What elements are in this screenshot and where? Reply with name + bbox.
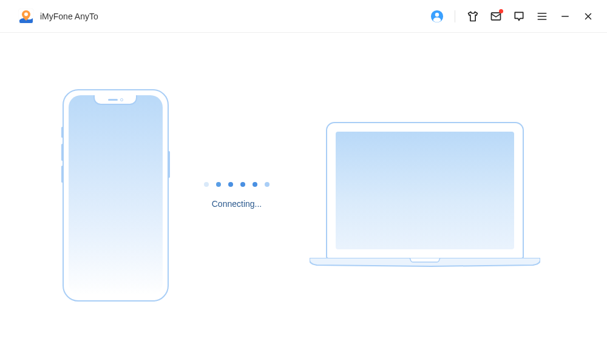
connecting-indicator: Connecting... bbox=[194, 182, 279, 209]
titlebar-right bbox=[430, 10, 595, 23]
laptop-illustration bbox=[304, 122, 546, 269]
phone-illustration bbox=[61, 86, 170, 305]
divider bbox=[455, 10, 455, 22]
loading-dots bbox=[204, 182, 270, 187]
connecting-label: Connecting... bbox=[212, 199, 262, 209]
connection-stage: Connecting... bbox=[0, 86, 607, 305]
titlebar: iMyFone AnyTo bbox=[0, 0, 607, 33]
notification-badge bbox=[499, 9, 503, 13]
minimize-icon[interactable] bbox=[558, 10, 572, 23]
mail-icon[interactable] bbox=[489, 10, 503, 23]
feedback-icon[interactable] bbox=[512, 10, 526, 23]
tshirt-icon[interactable] bbox=[466, 10, 480, 23]
app-title: iMyFone AnyTo bbox=[40, 12, 98, 21]
main-content: Connecting... bbox=[0, 33, 607, 364]
close-icon[interactable] bbox=[582, 10, 595, 23]
app-logo bbox=[18, 8, 34, 24]
svg-point-1 bbox=[24, 12, 28, 16]
menu-icon[interactable] bbox=[535, 10, 549, 23]
account-icon[interactable] bbox=[430, 10, 444, 23]
svg-point-3 bbox=[435, 13, 439, 16]
titlebar-left: iMyFone AnyTo bbox=[18, 8, 98, 24]
